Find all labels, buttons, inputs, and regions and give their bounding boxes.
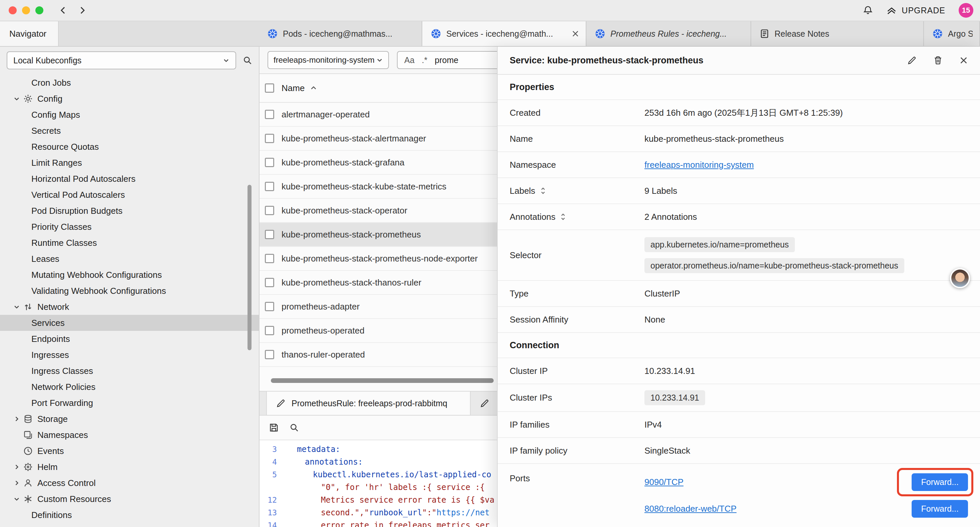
- sidebar-item-custom-resources[interactable]: Custom Resources: [0, 491, 259, 507]
- sidebar-item-services[interactable]: Services: [0, 315, 259, 331]
- floating-avatar[interactable]: [950, 268, 970, 288]
- sidebar-item-secrets[interactable]: Secrets: [0, 123, 259, 139]
- upgrade-button[interactable]: UPGRADE: [886, 6, 945, 15]
- sidebar-item-label: Horizontal Pod Autoscalers: [31, 174, 135, 184]
- forward-button[interactable]: Forward...: [912, 473, 968, 491]
- navigator-sidebar: Local Kubeconfigs Cron JobsConfigConfig …: [0, 47, 259, 527]
- chevron-down-icon[interactable]: [12, 304, 21, 310]
- sidebar-item-storage[interactable]: Storage: [0, 411, 259, 427]
- sidebar-item-ingresses[interactable]: Ingresses: [0, 347, 259, 363]
- row-checkbox[interactable]: [265, 230, 274, 239]
- sidebar-item-pod-disruption-budgets[interactable]: Pod Disruption Budgets: [0, 203, 259, 219]
- sidebar-item-ingress-classes[interactable]: Ingress Classes: [0, 363, 259, 379]
- row-checkbox[interactable]: [265, 326, 274, 335]
- namespace-filter[interactable]: freeleaps-monitoring-system: [267, 51, 389, 69]
- sidebar-item-vertical-pod-autoscalers[interactable]: Vertical Pod Autoscalers: [0, 187, 259, 203]
- tab-services-icecheng-math[interactable]: Services - icecheng@math...: [422, 21, 586, 46]
- back-icon[interactable]: [58, 5, 68, 15]
- match-case-toggle[interactable]: Aa: [404, 56, 415, 65]
- row-checkbox[interactable]: [265, 254, 274, 263]
- sidebar-item-limit-ranges[interactable]: Limit Ranges: [0, 155, 259, 171]
- updown-icon[interactable]: [560, 212, 566, 221]
- regex-toggle[interactable]: .*: [422, 56, 428, 65]
- sidebar-item-label: Definitions: [31, 510, 72, 520]
- notifications-bell-icon[interactable]: [863, 5, 873, 15]
- updown-icon[interactable]: [540, 186, 546, 195]
- forward-button[interactable]: Forward...: [912, 500, 968, 517]
- sidebar-item-leases[interactable]: Leases: [0, 251, 259, 267]
- sidebar-item-label: Access Control: [37, 478, 96, 488]
- sidebar-item-horizontal-pod-autoscalers[interactable]: Horizontal Pod Autoscalers: [0, 171, 259, 187]
- property-row-cluster-ip: Cluster IP10.233.14.91: [498, 358, 980, 384]
- row-checkbox[interactable]: [265, 350, 274, 359]
- kubeconfig-selector[interactable]: Local Kubeconfigs: [7, 51, 236, 69]
- close-icon[interactable]: [959, 56, 968, 65]
- property-label: Selector: [510, 250, 541, 261]
- sidebar-item-network[interactable]: Network: [0, 299, 259, 315]
- search-icon[interactable]: [290, 423, 299, 432]
- sidebar-item-label: Ingress Classes: [31, 366, 93, 376]
- notification-badge[interactable]: 15: [959, 3, 973, 18]
- row-checkbox[interactable]: [265, 110, 274, 119]
- window-zoom-button[interactable]: [35, 6, 43, 14]
- search-input[interactable]: Aa .* prome: [397, 51, 512, 69]
- tab-prometheus-rules-icecheng[interactable]: Prometheus Rules - icecheng...: [586, 21, 751, 46]
- sidebar-item-config[interactable]: Config: [0, 91, 259, 107]
- window-close-button[interactable]: [9, 6, 17, 14]
- horizontal-scrollbar[interactable]: [271, 378, 494, 383]
- chevron-down-icon[interactable]: [12, 496, 21, 502]
- sidebar-item-config-maps[interactable]: Config Maps: [0, 107, 259, 123]
- row-checkbox[interactable]: [265, 182, 274, 191]
- tab-argo-se[interactable]: Argo Se: [924, 21, 980, 46]
- chevron-right-icon[interactable]: [12, 463, 21, 470]
- name-column-header[interactable]: Name: [282, 83, 317, 93]
- sidebar-item-helm[interactable]: Helm: [0, 459, 259, 475]
- sidebar-item-cron-jobs[interactable]: Cron Jobs: [0, 75, 259, 91]
- namespaces-icon: [21, 430, 35, 439]
- save-icon[interactable]: [269, 423, 279, 433]
- sidebar-item-access-control[interactable]: Access Control: [0, 475, 259, 491]
- row-checkbox[interactable]: [265, 302, 274, 311]
- sidebar-item-events[interactable]: Events: [0, 443, 259, 459]
- editor-tab[interactable]: PrometheusRule: freeleaps-prod-rabbitmq: [266, 392, 471, 415]
- sidebar-item-resource-quotas[interactable]: Resource Quotas: [0, 139, 259, 155]
- select-all-checkbox[interactable]: [265, 83, 274, 93]
- chevron-right-icon[interactable]: [12, 480, 21, 486]
- property-row-selector: Selectorapp.kubernetes.io/name=prometheu…: [498, 230, 980, 281]
- row-checkbox[interactable]: [265, 206, 274, 215]
- sidebar-item-network-policies[interactable]: Network Policies: [0, 379, 259, 395]
- sidebar-item-endpoints[interactable]: Endpoints: [0, 331, 259, 347]
- row-checkbox[interactable]: [265, 158, 274, 167]
- row-checkbox[interactable]: [265, 134, 274, 143]
- navigator-tab[interactable]: Navigator: [0, 21, 59, 46]
- forward-icon[interactable]: [77, 5, 88, 15]
- editor-tab-partial[interactable]: [471, 392, 500, 415]
- tab-release-notes[interactable]: Release Notes: [751, 21, 924, 46]
- sidebar-item-validating-webhook-configurations[interactable]: Validating Webhook Configurations: [0, 283, 259, 299]
- edit-icon[interactable]: [907, 56, 916, 65]
- chevron-down-icon[interactable]: [12, 96, 21, 102]
- sidebar-item-runtime-classes[interactable]: Runtime Classes: [0, 235, 259, 251]
- tab-label: Pods - icecheng@mathmas...: [283, 29, 392, 39]
- window-minimize-button[interactable]: [22, 6, 30, 14]
- search-icon[interactable]: [243, 56, 252, 65]
- sidebar-item-label: Vertical Pod Autoscalers: [31, 190, 125, 200]
- delete-icon[interactable]: [933, 56, 943, 65]
- port-link[interactable]: 9090/TCP: [644, 477, 684, 487]
- sidebar-item-label: Port Forwarding: [31, 398, 93, 408]
- sidebar-item-priority-classes[interactable]: Priority Classes: [0, 219, 259, 235]
- chevron-right-icon[interactable]: [12, 416, 21, 422]
- sidebar-item-port-forwarding[interactable]: Port Forwarding: [0, 395, 259, 411]
- row-checkbox[interactable]: [265, 278, 274, 287]
- sidebar-item-mutating-webhook-configurations[interactable]: Mutating Webhook Configurations: [0, 267, 259, 283]
- chevron-down-icon: [223, 57, 229, 64]
- namespace-link[interactable]: freeleaps-monitoring-system: [644, 160, 754, 170]
- sidebar-item-namespaces[interactable]: Namespaces: [0, 427, 259, 443]
- tab-pods-icecheng-mathmas[interactable]: Pods - icecheng@mathmas...: [259, 21, 422, 46]
- sidebar-item-definitions[interactable]: Definitions: [0, 507, 259, 523]
- service-name: kube-prometheus-stack-thanos-ruler: [282, 277, 421, 288]
- close-icon[interactable]: [572, 30, 579, 37]
- sidebar-scrollbar[interactable]: [248, 185, 251, 350]
- search-value: prome: [434, 56, 458, 65]
- port-link[interactable]: 8080:reloader-web/TCP: [644, 504, 737, 514]
